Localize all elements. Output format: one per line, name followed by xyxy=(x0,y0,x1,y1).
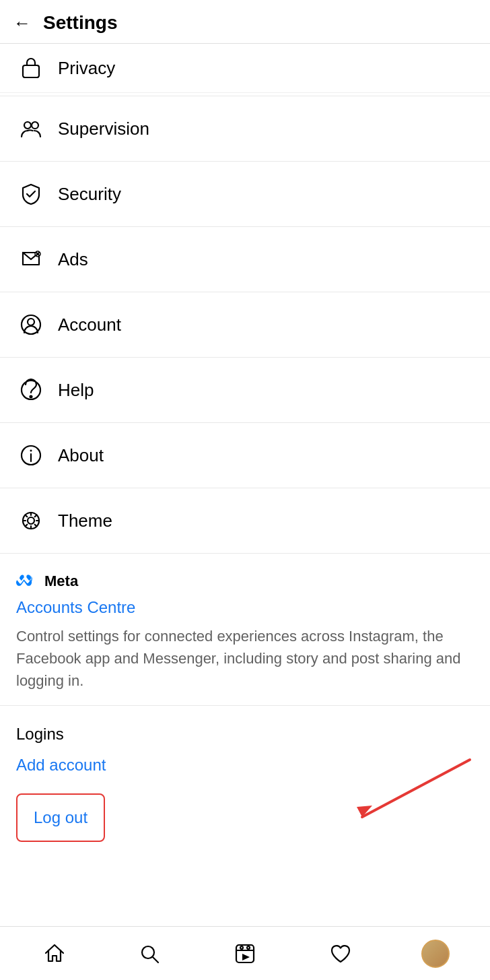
ads-label: Ads xyxy=(58,249,88,270)
logout-container: Log out xyxy=(0,793,490,853)
home-icon xyxy=(43,942,66,965)
svg-point-11 xyxy=(30,396,32,398)
profile-avatar xyxy=(421,940,450,968)
meta-section: Meta Accounts Centre Control settings fo… xyxy=(0,556,490,703)
page-title: Settings xyxy=(43,12,117,34)
menu-item-security[interactable]: Security xyxy=(0,164,490,224)
meta-logo-row: Meta xyxy=(16,573,474,590)
reels-icon xyxy=(234,942,256,965)
help-label: Help xyxy=(58,380,94,401)
meta-text: Meta xyxy=(44,573,78,590)
account-label: Account xyxy=(58,315,121,335)
menu-item-help[interactable]: Help xyxy=(0,360,490,420)
divider-3 xyxy=(0,226,490,227)
accounts-centre-link[interactable]: Accounts Centre xyxy=(16,598,474,617)
divider-2 xyxy=(0,161,490,162)
divider-4 xyxy=(0,292,490,292)
nav-heart[interactable] xyxy=(314,934,368,974)
divider-5 xyxy=(0,357,490,358)
security-icon xyxy=(16,179,46,209)
svg-point-16 xyxy=(28,517,34,524)
nav-reels[interactable] xyxy=(218,934,272,974)
svg-point-2 xyxy=(32,122,38,129)
svg-marker-18 xyxy=(357,806,372,817)
heart-icon xyxy=(329,942,352,965)
about-icon xyxy=(16,440,46,470)
supervision-label: Supervision xyxy=(58,119,149,139)
svg-rect-0 xyxy=(23,65,39,77)
svg-marker-24 xyxy=(242,954,250,960)
about-label: About xyxy=(58,445,104,466)
meta-description: Control settings for connected experienc… xyxy=(16,625,474,692)
divider-9 xyxy=(0,705,490,706)
search-icon xyxy=(138,942,161,965)
divider-1 xyxy=(0,96,490,96)
divider-6 xyxy=(0,422,490,423)
svg-rect-21 xyxy=(236,945,254,962)
svg-point-14 xyxy=(30,450,32,452)
help-icon xyxy=(16,375,46,405)
privacy-icon xyxy=(16,53,46,83)
ads-icon xyxy=(16,244,46,274)
menu-item-account[interactable]: Account xyxy=(0,295,490,354)
logout-button[interactable]: Log out xyxy=(16,793,105,842)
svg-point-8 xyxy=(28,319,34,325)
security-label: Security xyxy=(58,184,121,205)
svg-point-22 xyxy=(240,946,243,949)
logins-section: Logins Add account xyxy=(0,709,490,793)
bottom-nav xyxy=(0,926,490,980)
divider-7 xyxy=(0,488,490,488)
logins-title: Logins xyxy=(16,725,474,744)
menu-item-ads[interactable]: Ads xyxy=(0,230,490,289)
nav-profile[interactable] xyxy=(409,934,462,974)
menu-item-theme[interactable]: Theme xyxy=(0,491,490,550)
theme-label: Theme xyxy=(58,511,112,531)
meta-logo-icon xyxy=(16,574,39,589)
account-icon xyxy=(16,310,46,339)
divider-8 xyxy=(0,553,490,554)
nav-home[interactable] xyxy=(28,934,81,974)
add-account-link[interactable]: Add account xyxy=(16,756,474,775)
logout-label: Log out xyxy=(34,808,88,826)
theme-icon xyxy=(16,506,46,535)
settings-header: ← Settings xyxy=(0,0,490,44)
supervision-icon xyxy=(16,114,46,143)
svg-line-20 xyxy=(153,957,158,962)
svg-point-23 xyxy=(247,946,250,949)
menu-item-about[interactable]: About xyxy=(0,426,490,485)
privacy-label: Privacy xyxy=(58,58,115,79)
back-button[interactable]: ← xyxy=(13,14,31,32)
svg-point-1 xyxy=(24,122,31,129)
menu-item-supervision[interactable]: Supervision xyxy=(0,99,490,158)
menu-item-privacy[interactable]: Privacy xyxy=(0,44,490,93)
nav-search[interactable] xyxy=(123,934,176,974)
